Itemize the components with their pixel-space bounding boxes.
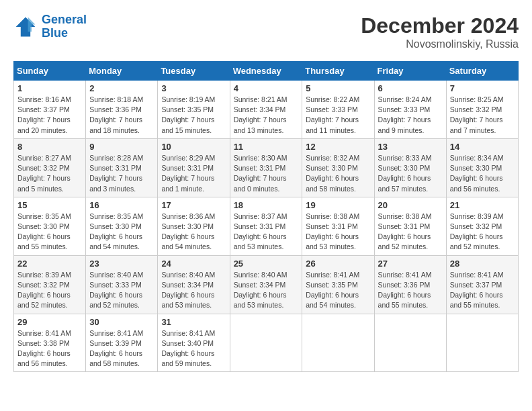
day-number: 27 bbox=[378, 259, 443, 269]
day-number: 15 bbox=[17, 200, 82, 210]
day-number: 13 bbox=[378, 142, 443, 152]
day-number: 1 bbox=[17, 83, 82, 93]
day-number: 14 bbox=[450, 142, 515, 152]
day-number: 10 bbox=[161, 142, 226, 152]
calendar-day-cell bbox=[230, 314, 302, 372]
day-info: Sunrise: 8:27 AMSunset: 3:32 PMDaylight:… bbox=[17, 153, 82, 194]
day-number: 8 bbox=[17, 142, 82, 152]
day-info: Sunrise: 8:19 AMSunset: 3:35 PMDaylight:… bbox=[161, 95, 226, 136]
calendar-day-cell: 7Sunrise: 8:25 AMSunset: 3:32 PMDaylight… bbox=[446, 81, 518, 139]
day-info: Sunrise: 8:18 AMSunset: 3:36 PMDaylight:… bbox=[89, 95, 154, 136]
calendar-day-cell: 19Sunrise: 8:38 AMSunset: 3:31 PMDayligh… bbox=[302, 197, 374, 255]
calendar-week-row: 8Sunrise: 8:27 AMSunset: 3:32 PMDaylight… bbox=[14, 138, 519, 197]
day-info: Sunrise: 8:22 AMSunset: 3:33 PMDaylight:… bbox=[306, 95, 370, 136]
calendar-day-header: Thursday bbox=[302, 62, 374, 81]
calendar-day-cell: 30Sunrise: 8:41 AMSunset: 3:39 PMDayligh… bbox=[86, 314, 158, 372]
logo: General Blue bbox=[13, 13, 87, 40]
calendar-day-cell: 17Sunrise: 8:36 AMSunset: 3:30 PMDayligh… bbox=[158, 197, 230, 255]
day-number: 30 bbox=[89, 317, 154, 327]
day-number: 6 bbox=[378, 83, 443, 93]
calendar-day-cell: 3Sunrise: 8:19 AMSunset: 3:35 PMDaylight… bbox=[158, 81, 230, 139]
calendar-header-row: SundayMondayTuesdayWednesdayThursdayFrid… bbox=[14, 62, 519, 81]
day-info: Sunrise: 8:41 AMSunset: 3:37 PMDaylight:… bbox=[450, 270, 515, 311]
day-info: Sunrise: 8:41 AMSunset: 3:38 PMDaylight:… bbox=[17, 328, 82, 369]
calendar-day-cell: 15Sunrise: 8:35 AMSunset: 3:30 PMDayligh… bbox=[14, 197, 86, 255]
day-number: 5 bbox=[306, 83, 370, 93]
calendar-week-row: 1Sunrise: 8:16 AMSunset: 3:37 PMDaylight… bbox=[14, 81, 519, 139]
day-number: 3 bbox=[161, 83, 226, 93]
calendar-day-header: Saturday bbox=[446, 62, 518, 81]
calendar-day-cell: 13Sunrise: 8:33 AMSunset: 3:30 PMDayligh… bbox=[374, 138, 446, 197]
day-number: 7 bbox=[450, 83, 515, 93]
calendar-day-header: Tuesday bbox=[158, 62, 230, 81]
logo-icon bbox=[13, 15, 38, 39]
calendar-day-cell: 22Sunrise: 8:39 AMSunset: 3:32 PMDayligh… bbox=[14, 255, 86, 314]
day-info: Sunrise: 8:38 AMSunset: 3:31 PMDaylight:… bbox=[306, 212, 370, 253]
day-number: 18 bbox=[234, 200, 299, 210]
calendar-body: 1Sunrise: 8:16 AMSunset: 3:37 PMDaylight… bbox=[14, 81, 519, 372]
calendar-day-cell: 24Sunrise: 8:40 AMSunset: 3:34 PMDayligh… bbox=[158, 255, 230, 314]
calendar-day-cell: 11Sunrise: 8:30 AMSunset: 3:31 PMDayligh… bbox=[230, 138, 302, 197]
calendar-table: SundayMondayTuesdayWednesdayThursdayFrid… bbox=[13, 61, 519, 372]
day-info: Sunrise: 8:38 AMSunset: 3:31 PMDaylight:… bbox=[378, 212, 443, 253]
calendar-day-cell: 23Sunrise: 8:40 AMSunset: 3:33 PMDayligh… bbox=[86, 255, 158, 314]
day-number: 20 bbox=[378, 200, 443, 210]
day-number: 9 bbox=[89, 142, 154, 152]
day-number: 2 bbox=[89, 83, 154, 93]
logo-blue: Blue bbox=[42, 27, 87, 40]
calendar-day-header: Wednesday bbox=[230, 62, 302, 81]
day-info: Sunrise: 8:35 AMSunset: 3:30 PMDaylight:… bbox=[17, 212, 82, 253]
calendar-day-cell bbox=[374, 314, 446, 372]
day-number: 24 bbox=[161, 259, 226, 269]
day-info: Sunrise: 8:39 AMSunset: 3:32 PMDaylight:… bbox=[450, 212, 515, 253]
calendar-day-cell: 21Sunrise: 8:39 AMSunset: 3:32 PMDayligh… bbox=[446, 197, 518, 255]
day-number: 25 bbox=[234, 259, 299, 269]
calendar-day-cell: 31Sunrise: 8:41 AMSunset: 3:40 PMDayligh… bbox=[158, 314, 230, 372]
calendar-day-cell: 4Sunrise: 8:21 AMSunset: 3:34 PMDaylight… bbox=[230, 81, 302, 139]
day-number: 16 bbox=[89, 200, 154, 210]
calendar-week-row: 15Sunrise: 8:35 AMSunset: 3:30 PMDayligh… bbox=[14, 197, 519, 255]
day-number: 21 bbox=[450, 200, 515, 210]
day-info: Sunrise: 8:24 AMSunset: 3:33 PMDaylight:… bbox=[378, 95, 443, 136]
calendar-day-cell: 27Sunrise: 8:41 AMSunset: 3:36 PMDayligh… bbox=[374, 255, 446, 314]
title-block: December 2024 Novosmolinskiy, Russia bbox=[361, 13, 519, 50]
day-info: Sunrise: 8:16 AMSunset: 3:37 PMDaylight:… bbox=[17, 95, 82, 136]
day-number: 4 bbox=[234, 83, 299, 93]
month-title: December 2024 bbox=[361, 13, 519, 38]
calendar-day-cell: 26Sunrise: 8:41 AMSunset: 3:35 PMDayligh… bbox=[302, 255, 374, 314]
day-info: Sunrise: 8:39 AMSunset: 3:32 PMDaylight:… bbox=[17, 270, 82, 311]
calendar-day-header: Friday bbox=[374, 62, 446, 81]
logo-general: General bbox=[42, 13, 87, 26]
day-info: Sunrise: 8:32 AMSunset: 3:30 PMDaylight:… bbox=[306, 153, 370, 194]
day-info: Sunrise: 8:41 AMSunset: 3:40 PMDaylight:… bbox=[161, 328, 226, 369]
day-info: Sunrise: 8:40 AMSunset: 3:34 PMDaylight:… bbox=[234, 270, 299, 311]
day-number: 31 bbox=[161, 317, 226, 327]
day-info: Sunrise: 8:21 AMSunset: 3:34 PMDaylight:… bbox=[234, 95, 299, 136]
day-info: Sunrise: 8:30 AMSunset: 3:31 PMDaylight:… bbox=[234, 153, 299, 194]
day-number: 28 bbox=[450, 259, 515, 269]
calendar-day-cell: 16Sunrise: 8:35 AMSunset: 3:30 PMDayligh… bbox=[86, 197, 158, 255]
day-number: 12 bbox=[306, 142, 370, 152]
day-number: 11 bbox=[234, 142, 299, 152]
calendar-day-cell: 5Sunrise: 8:22 AMSunset: 3:33 PMDaylight… bbox=[302, 81, 374, 139]
calendar-day-cell: 20Sunrise: 8:38 AMSunset: 3:31 PMDayligh… bbox=[374, 197, 446, 255]
calendar-day-cell: 14Sunrise: 8:34 AMSunset: 3:30 PMDayligh… bbox=[446, 138, 518, 197]
calendar-day-cell: 9Sunrise: 8:28 AMSunset: 3:31 PMDaylight… bbox=[86, 138, 158, 197]
day-number: 17 bbox=[161, 200, 226, 210]
day-number: 29 bbox=[17, 317, 82, 327]
calendar-day-cell: 28Sunrise: 8:41 AMSunset: 3:37 PMDayligh… bbox=[446, 255, 518, 314]
calendar-day-cell: 2Sunrise: 8:18 AMSunset: 3:36 PMDaylight… bbox=[86, 81, 158, 139]
calendar-day-cell: 12Sunrise: 8:32 AMSunset: 3:30 PMDayligh… bbox=[302, 138, 374, 197]
calendar-day-cell: 1Sunrise: 8:16 AMSunset: 3:37 PMDaylight… bbox=[14, 81, 86, 139]
svg-marker-1 bbox=[28, 17, 36, 32]
day-info: Sunrise: 8:36 AMSunset: 3:30 PMDaylight:… bbox=[161, 212, 226, 253]
day-number: 23 bbox=[89, 259, 154, 269]
calendar-day-cell: 25Sunrise: 8:40 AMSunset: 3:34 PMDayligh… bbox=[230, 255, 302, 314]
calendar-day-cell: 29Sunrise: 8:41 AMSunset: 3:38 PMDayligh… bbox=[14, 314, 86, 372]
day-info: Sunrise: 8:33 AMSunset: 3:30 PMDaylight:… bbox=[378, 153, 443, 194]
calendar-day-cell: 8Sunrise: 8:27 AMSunset: 3:32 PMDaylight… bbox=[14, 138, 86, 197]
page-header: General Blue December 2024 Novosmolinski… bbox=[13, 13, 519, 50]
calendar-day-cell bbox=[446, 314, 518, 372]
day-number: 19 bbox=[306, 200, 370, 210]
day-info: Sunrise: 8:41 AMSunset: 3:36 PMDaylight:… bbox=[378, 270, 443, 311]
